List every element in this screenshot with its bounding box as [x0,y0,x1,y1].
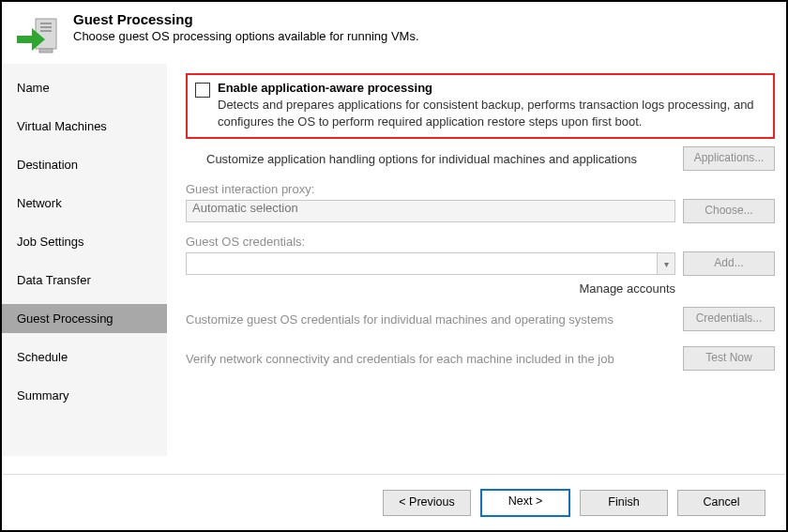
svg-rect-2 [40,26,52,28]
sidebar-item-data-transfer[interactable]: Data Transfer [2,266,167,295]
svg-rect-4 [39,49,53,53]
sidebar-item-job-settings[interactable]: Job Settings [2,227,167,256]
guest-processing-icon [17,15,58,56]
previous-button[interactable]: < Previous [383,490,471,516]
wizard-sidebar: Name Virtual Machines Destination Networ… [2,64,167,456]
sidebar-item-network[interactable]: Network [2,189,167,218]
customize-cred-text: Customize guest OS credentials for indiv… [186,312,675,327]
credentials-button[interactable]: Credentials... [683,307,775,331]
enable-app-aware-title: Enable application-aware processing [218,81,765,95]
svg-rect-1 [40,23,52,24]
proxy-input[interactable]: Automatic selection [186,200,675,222]
svg-rect-3 [40,30,52,32]
sidebar-item-destination[interactable]: Destination [2,150,167,179]
credentials-combobox[interactable]: ▾ [186,252,675,275]
enable-app-aware-desc: Detects and prepares applications for co… [218,97,765,129]
wizard-header: Guest Processing Choose guest OS process… [2,2,786,64]
highlighted-option: Enable application-aware processing Dete… [186,73,775,139]
sidebar-item-guest-processing[interactable]: Guest Processing [2,304,167,333]
wizard-body: Name Virtual Machines Destination Networ… [2,64,786,456]
customize-app-text: Customize application handling options f… [186,152,675,166]
wizard-footer: < Previous Next > Finish Cancel [2,474,786,530]
sidebar-item-schedule[interactable]: Schedule [2,342,167,372]
choose-button[interactable]: Choose... [683,199,775,223]
page-title: Guest Processing [73,11,419,27]
chevron-down-icon: ▾ [657,253,674,274]
sidebar-item-virtual-machines[interactable]: Virtual Machines [2,112,167,141]
applications-button[interactable]: Applications... [683,146,775,171]
wizard-content: Enable application-aware processing Dete… [167,64,786,456]
enable-app-aware-checkbox[interactable] [195,83,210,98]
add-button[interactable]: Add... [683,251,775,276]
proxy-label: Guest interaction proxy: [186,182,775,196]
cancel-button[interactable]: Cancel [677,490,765,516]
page-subtitle: Choose guest OS processing options avail… [73,29,419,43]
verify-text: Verify network connectivity and credenti… [186,352,675,366]
next-button[interactable]: Next > [480,489,570,517]
sidebar-item-summary[interactable]: Summary [2,381,167,410]
credentials-label: Guest OS credentials: [186,235,775,249]
test-now-button[interactable]: Test Now [683,346,775,371]
manage-accounts-link[interactable]: Manage accounts [579,281,675,296]
sidebar-item-name[interactable]: Name [2,73,167,102]
wizard-window: Guest Processing Choose guest OS process… [0,0,788,532]
finish-button[interactable]: Finish [580,490,668,516]
